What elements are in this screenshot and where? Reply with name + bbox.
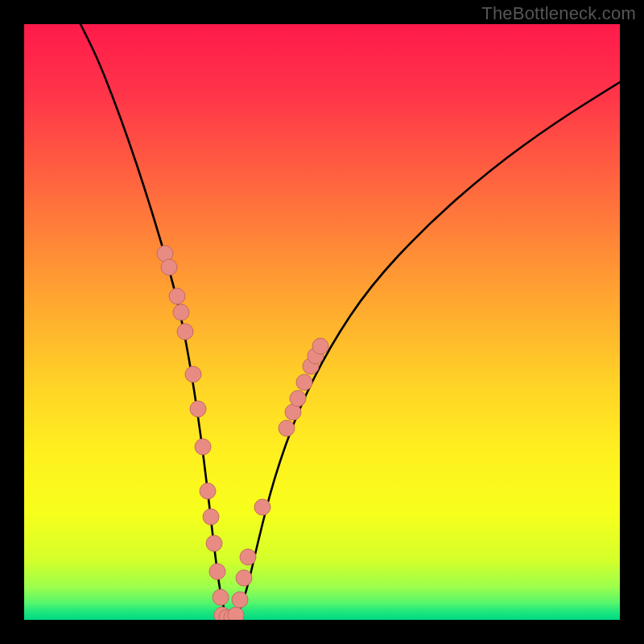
data-dot <box>177 324 193 340</box>
data-dot <box>254 499 270 515</box>
data-dot <box>190 401 206 417</box>
plot-area <box>24 24 620 620</box>
data-dot <box>185 366 201 382</box>
data-dot <box>296 374 312 390</box>
data-dot <box>312 338 328 354</box>
chart-frame: TheBottleneck.com <box>0 0 644 644</box>
data-dot <box>206 535 222 551</box>
data-dot <box>195 439 211 455</box>
data-dot <box>169 288 185 304</box>
data-dot <box>213 589 229 605</box>
data-dot <box>200 483 216 499</box>
data-dots <box>157 246 328 620</box>
data-dot <box>279 420 295 436</box>
data-dot <box>290 390 306 407</box>
watermark-text: TheBottleneck.com <box>481 3 636 24</box>
bottleneck-curve <box>80 24 620 620</box>
data-dot <box>228 607 244 620</box>
data-dot <box>236 570 252 586</box>
data-dot <box>209 564 225 580</box>
data-dot <box>161 259 177 275</box>
data-dot <box>232 592 248 608</box>
data-dot <box>173 304 189 320</box>
data-dot <box>203 509 219 525</box>
data-dot <box>240 549 256 565</box>
bottleneck-curve-svg <box>24 24 620 620</box>
